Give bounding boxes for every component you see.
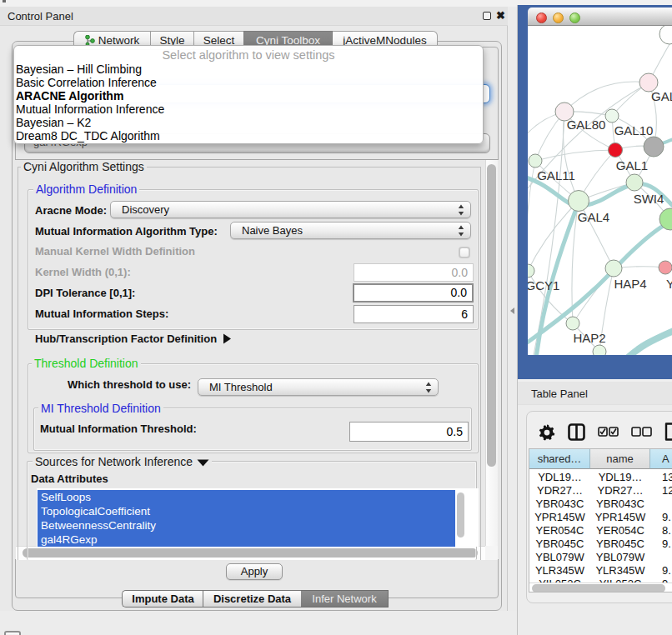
table-row[interactable]: YBR045CYBR045C9. xyxy=(529,536,672,549)
network-node-label: YJR048W xyxy=(666,277,672,291)
network-node[interactable] xyxy=(659,261,672,274)
table-panel-title: Table Panel xyxy=(531,388,588,400)
network-node[interactable] xyxy=(569,191,589,212)
table-hscrollbar-track[interactable] xyxy=(529,582,672,592)
close-icon[interactable]: ✖ xyxy=(496,9,505,22)
zoom-traffic-light[interactable] xyxy=(569,12,580,23)
table-hscrollbar-thumb[interactable] xyxy=(532,584,665,592)
network-node-label: GAL4 xyxy=(578,210,609,224)
data-attributes-label: Data Attributes xyxy=(31,472,108,485)
data-attributes-list[interactable]: SelfLoopsTopologicalCoefficientBetweenne… xyxy=(37,488,479,547)
network-canvas[interactable]: GAL7GAL80GAL10GAL1GAL11GAL4SWI4GCY1HAP4Y… xyxy=(528,26,672,355)
algorithm-option[interactable]: Mutual Information Inference xyxy=(14,102,483,116)
sources-toggle[interactable]: Sources for Network Inference xyxy=(33,455,212,468)
divider-collapse-icon[interactable] xyxy=(510,308,514,314)
mi-steps-label: Mutual Information Steps: xyxy=(35,308,168,320)
mi-threshold-field[interactable]: 0.5 xyxy=(349,422,469,442)
table-row[interactable]: YER054CYER054C8. xyxy=(529,522,672,536)
algorithm-dropdown-popup: Select algorithm to view settings Bayesi… xyxy=(13,45,484,144)
tab-impute-data[interactable]: Impute Data xyxy=(122,590,203,608)
top-notch xyxy=(3,0,6,2)
network-node-label: HAP4 xyxy=(614,277,646,291)
kernel-width-field[interactable]: 0.0 xyxy=(354,263,474,282)
network-node-label: GCY1 xyxy=(528,278,559,292)
aracne-mode-combo[interactable]: Discovery xyxy=(110,201,471,218)
minimize-traffic-light[interactable] xyxy=(553,12,564,23)
expanded-arrow-icon xyxy=(197,459,209,467)
which-threshold-combo[interactable]: MI Threshold xyxy=(198,378,439,396)
algorithm-option[interactable]: Basic Correlation Inference xyxy=(14,76,483,89)
algorithm-option[interactable]: ARACNE Algorithm xyxy=(14,89,483,102)
tab-discretize-data[interactable]: Discretize Data xyxy=(203,590,302,608)
network-node[interactable] xyxy=(593,345,606,355)
table-row[interactable]: YPR145WYPR145W9. xyxy=(529,509,672,522)
table-body: YDL19…YDL19…13YDR27…YDR27…12YBR043CYBR04… xyxy=(529,469,672,582)
cyni-algorithm-settings-title: Cyni Algorithm Settings xyxy=(21,160,147,173)
network-edge-thick[interactable] xyxy=(627,330,672,355)
manual-kernel-width-checkbox[interactable] xyxy=(459,247,470,258)
clear-all-checkboxes-icon[interactable] xyxy=(631,427,652,439)
tab-infer-network[interactable]: Infer Network xyxy=(301,590,389,608)
mi-algorithm-type-label: Mutual Information Algorithm Type: xyxy=(35,225,218,238)
data-attribute-item[interactable]: gal4RGexp xyxy=(38,532,455,547)
network-node[interactable] xyxy=(528,264,534,278)
network-node-label: GAL80 xyxy=(567,118,606,132)
float-window-icon[interactable] xyxy=(483,12,491,20)
control-panel-title: Control Panel xyxy=(8,10,73,22)
threshold-definition-title: Threshold Definition xyxy=(32,357,141,370)
select-all-checkboxes-icon[interactable] xyxy=(598,427,619,439)
column-header-shared-name[interactable]: shared… xyxy=(529,449,590,469)
aracne-mode-label: Aracne Mode: xyxy=(35,204,107,217)
combo-arrows-icon xyxy=(458,225,464,241)
control-panel-titlebar xyxy=(0,7,508,26)
split-columns-icon[interactable] xyxy=(568,423,585,443)
network-node[interactable] xyxy=(659,26,672,44)
algorithm-option[interactable]: Bayesian – K2 xyxy=(14,116,483,129)
network-node[interactable] xyxy=(609,143,623,158)
algorithm-option[interactable]: Dream8 DC_TDC Algorithm xyxy=(14,129,483,142)
network-node-label: GAL7 xyxy=(651,89,672,103)
network-node[interactable] xyxy=(605,109,619,122)
node-table: shared… name A YDL19…YDL19…13YDR27…YDR27… xyxy=(529,448,672,592)
hub-definition-toggle[interactable]: Hub/Transcription Factor Definition xyxy=(35,332,232,345)
algorithm-option[interactable]: Bayesian – Hill Climbing xyxy=(14,62,483,76)
collapsed-arrow-icon xyxy=(223,333,232,344)
data-attribute-item[interactable]: SelfLoops xyxy=(38,490,455,504)
network-node[interactable] xyxy=(644,137,664,157)
mi-steps-field[interactable]: 6 xyxy=(354,305,474,323)
cytoscape-screen: Control Panel ✖ Network Style Select Cyn… xyxy=(0,0,672,635)
network-node[interactable] xyxy=(626,174,643,191)
table-row[interactable]: YBR043CYBR043C xyxy=(529,496,672,509)
close-traffic-light[interactable] xyxy=(536,12,547,23)
mi-algorithm-type-combo[interactable]: Naive Bayes xyxy=(230,222,471,239)
vertical-scrollbar-thumb[interactable] xyxy=(487,164,496,467)
combo-arrows-icon xyxy=(458,204,464,220)
mi-threshold-definition-title: MI Threshold Definition xyxy=(38,402,163,415)
combo-arrows-icon xyxy=(425,382,432,398)
document-icon[interactable] xyxy=(664,422,672,443)
column-header-partial[interactable]: A xyxy=(650,449,672,469)
network-node[interactable] xyxy=(605,260,622,277)
network-window-titlebar[interactable] xyxy=(528,8,672,26)
network-edge[interactable] xyxy=(535,150,615,161)
dpi-tolerance-field[interactable]: 0.0 xyxy=(353,283,474,302)
table-row[interactable]: YBL079WYBL079W xyxy=(529,549,672,562)
scrollbar-corner xyxy=(485,546,498,560)
network-node[interactable] xyxy=(529,154,542,168)
table-row[interactable]: YDR27…YDR27…12 xyxy=(529,482,672,496)
apply-button[interactable]: Apply xyxy=(226,563,283,580)
network-node[interactable] xyxy=(566,317,579,330)
table-row[interactable]: YLR345WYLR345W9. xyxy=(529,562,672,576)
which-threshold-label: Which threshold to use: xyxy=(68,378,191,391)
network-node-label: SWI4 xyxy=(634,192,664,206)
column-header-name[interactable]: name xyxy=(590,449,650,469)
data-attribute-item[interactable]: TopologicalCoefficient xyxy=(38,504,455,518)
status-bar-button[interactable] xyxy=(4,631,21,635)
data-attribute-item[interactable]: BetweennessCentrality xyxy=(38,518,455,532)
mi-threshold-label: Mutual Information Threshold: xyxy=(40,422,197,435)
table-row[interactable]: YDL19…YDL19…13 xyxy=(529,469,672,482)
gear-icon[interactable] xyxy=(539,424,555,443)
table-row[interactable]: YIL052CYIL052C9. xyxy=(529,576,672,582)
network-edge[interactable] xyxy=(564,82,649,112)
list-scrollbar-thumb[interactable] xyxy=(457,492,464,538)
